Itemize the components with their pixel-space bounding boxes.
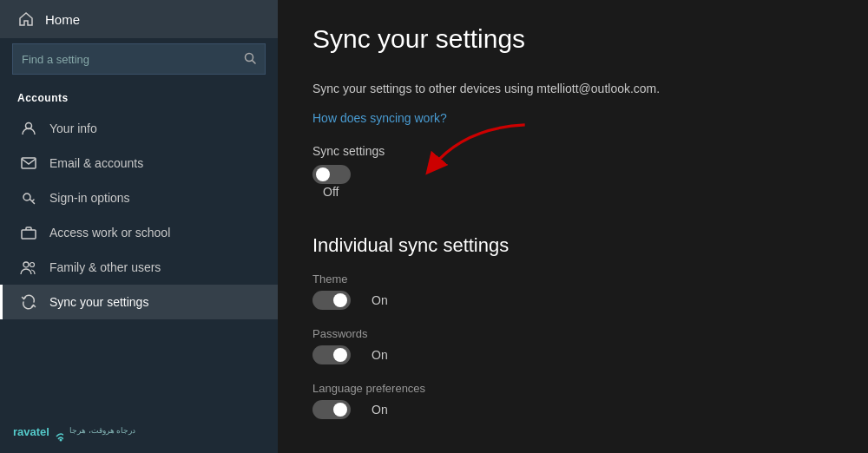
svg-rect-5 [22,230,36,239]
sign-in-label: Sign-in options [49,191,130,205]
sync-toggle-thumb [316,167,330,181]
search-box[interactable] [12,43,266,75]
theme-toggle-thumb [333,293,347,307]
work-school-label: Access work or school [49,226,170,240]
page-title: Sync your settings [312,24,833,54]
key-icon [20,189,37,207]
accounts-section-label: Accounts [0,83,278,111]
svg-point-7 [30,263,35,267]
people-icon [20,259,37,276]
individual-item-passwords: Passwords On [312,327,833,364]
sync-description: Sync your settings to other devices usin… [312,80,833,98]
passwords-toggle-text: On [372,348,388,362]
svg-point-9 [60,439,62,442]
person-icon [20,120,37,137]
sidebar-item-work-school[interactable]: Access work or school [0,215,278,250]
individual-item-language: Language preferences On [312,382,833,419]
email-accounts-label: Email & accounts [49,156,143,170]
svg-line-1 [253,60,256,63]
language-label: Language preferences [312,382,833,395]
sidebar-item-sign-in[interactable]: Sign-in options [0,181,278,215]
watermark-tagline: درجاه هروقت، هرجا [69,426,135,437]
individual-sync-title: Individual sync settings [312,234,833,257]
sidebar-item-family[interactable]: Family & other users [0,250,278,285]
passwords-toggle-row: On [312,345,833,364]
how-sync-link[interactable]: How does syncing work? [312,111,447,125]
watermark: ravatel درجاه هروقت، هرجا [12,418,135,444]
theme-label: Theme [312,272,833,286]
sidebar-item-your-info[interactable]: Your info [0,111,278,146]
theme-toggle[interactable] [312,291,351,310]
svg-text:ravatel: ravatel [13,425,49,438]
your-info-label: Your info [49,121,97,135]
home-icon [17,10,35,28]
sidebar-item-sync[interactable]: Sync your settings [0,285,278,319]
search-icon [244,52,256,67]
sidebar: Home Accounts Your info Email & accou [0,0,278,453]
svg-point-4 [23,194,30,200]
language-toggle[interactable] [312,400,351,419]
passwords-toggle-thumb [333,348,347,362]
language-toggle-text: On [372,403,388,417]
sync-settings-label: Sync settings [312,144,833,158]
passwords-toggle[interactable] [312,345,351,364]
language-toggle-thumb [333,403,347,417]
sync-toggle-row: Off [312,165,833,217]
theme-toggle-row: On [312,291,833,310]
language-toggle-row: On [312,400,833,419]
watermark-logo: ravatel [12,418,64,444]
passwords-label: Passwords [312,327,833,340]
home-label: Home [45,12,80,27]
sync-label: Sync your settings [49,295,148,309]
sync-toggle-text: Off [323,185,339,199]
briefcase-icon [20,224,37,241]
individual-item-theme: Theme On [312,272,833,310]
sync-toggle-container: Off [312,165,351,200]
sync-toggle[interactable] [312,165,351,184]
family-label: Family & other users [49,260,161,274]
sync-icon [20,293,37,311]
sidebar-home-item[interactable]: Home [0,0,278,38]
sidebar-item-email-accounts[interactable]: Email & accounts [0,146,278,181]
svg-point-6 [23,262,29,267]
svg-rect-3 [22,158,36,168]
search-input[interactable] [22,53,237,66]
email-icon [20,154,37,172]
main-content: Sync your settings Sync your settings to… [278,0,868,453]
theme-toggle-text: On [372,293,388,307]
